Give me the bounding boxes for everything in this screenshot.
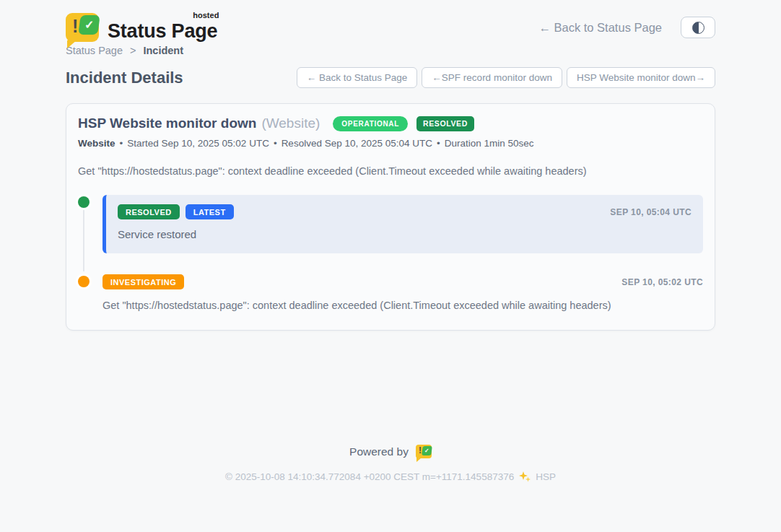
logo-superscript: hosted [193,11,219,19]
status-page-logo-icon-small: ! ✓ [416,445,432,458]
theme-toggle-button[interactable] [681,17,715,38]
resolved-badge: RESOLVED [416,116,474,131]
back-to-status-page-link[interactable]: ← Back to Status Page [538,21,662,35]
incident-description: Get "https://hostedstatus.page": context… [78,165,703,177]
incident-component: (Website) [261,115,320,131]
exclamation-icon: ! [419,445,422,455]
copyright-text: © 2025-10-08 14:10:34.772084 +0200 CEST … [225,471,514,482]
contrast-half-circle-icon [692,22,704,34]
powered-by-label: Powered by [349,445,409,458]
timeline-update-latest: RESOLVED LATEST SEP 10, 05:04 UTC Servic… [102,195,703,253]
back-to-status-page-button[interactable]: ← Back to Status Page [297,67,418,88]
breadcrumb-separator: > [130,45,136,56]
incident-nav-buttons: ← Back to Status Page ←SPF record monito… [297,67,715,88]
incident-title: HSP Website monitor down [78,115,256,131]
prev-incident-button[interactable]: ←SPF record monitor down [422,67,562,88]
resolved-status-badge: RESOLVED [118,204,180,219]
incident-meta: Website • Started Sep 10, 2025 05:02 UTC… [78,138,703,149]
logo-title: Status Page hosted [108,13,217,43]
header-actions: ← Back to Status Page [538,17,715,38]
timeline-dot-resolved [78,196,90,208]
logo-title-text: Status Page [108,20,217,42]
sparkles-icon [518,471,531,482]
incident-card: HSP Website monitor down (Website) OPERA… [66,103,715,331]
page-footer: Powered by ! ✓ © 2025-10-08 14:10:34.772… [0,445,781,504]
check-icon: ✓ [84,18,94,32]
status-page-logo[interactable]: ! ✓ Status Page hosted [66,13,217,43]
meta-resolved: Resolved Sep 10, 2025 05:04 UTC [282,138,432,149]
timeline-message: Get "https://hostedstatus.page": context… [102,300,703,311]
next-incident-button[interactable]: HSP Website monitor down→ [567,67,715,88]
page-title: Incident Details [66,69,183,87]
meta-separator: • [120,138,123,149]
timeline-timestamp: SEP 10, 05:04 UTC [610,207,691,217]
status-page-logo-icon: ! ✓ [66,13,99,42]
exclamation-icon: ! [72,16,78,37]
meta-duration: Duration 1min 50sec [445,138,534,149]
breadcrumb-incident: Incident [143,45,183,56]
app-header: ! ✓ Status Page hosted ← Back to Status … [0,0,781,45]
meta-component: Website [78,138,115,149]
timeline-dot-investigating [78,276,90,287]
latest-tag-badge: LATEST [186,204,234,219]
checkmark-badge: ✓ [422,446,432,455]
investigating-status-badge: INVESTIGATING [102,274,184,289]
check-icon: ✓ [424,448,429,454]
copyright-brand: HSP [536,471,556,482]
incident-timeline: RESOLVED LATEST SEP 10, 05:04 UTC Servic… [78,195,703,311]
timeline-timestamp: SEP 10, 05:02 UTC [621,277,703,287]
timeline-message: Service restored [118,228,691,240]
checkmark-badge: ✓ [78,15,100,35]
operational-badge: OPERATIONAL [333,116,408,131]
meta-separator: • [274,138,277,149]
breadcrumb: Status Page > Incident [66,45,715,56]
timeline-update-investigating: INVESTIGATING SEP 10, 05:02 UTC Get "htt… [102,274,703,311]
timeline-entry: INVESTIGATING SEP 10, 05:02 UTC Get "htt… [78,274,703,311]
meta-separator: • [437,138,440,149]
copyright-line: © 2025-10-08 14:10:34.772084 +0200 CEST … [0,471,781,482]
powered-by-logo-link[interactable]: ! ✓ [416,445,432,458]
powered-by: Powered by ! ✓ [0,445,781,458]
meta-started: Started Sep 10, 2025 05:02 UTC [127,138,269,149]
timeline-entry: RESOLVED LATEST SEP 10, 05:04 UTC Servic… [78,195,703,253]
